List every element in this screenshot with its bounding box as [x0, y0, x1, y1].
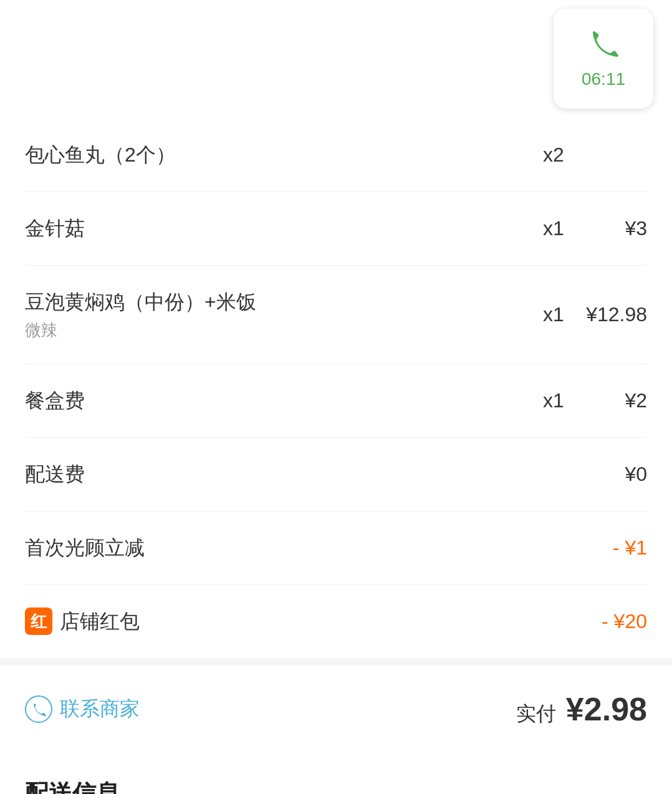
item-name: 豆泡黄焖鸡（中份）+米饭: [25, 288, 522, 316]
order-item-row: 豆泡黄焖鸡（中份）+米饭 微辣 x1 ¥12.98: [25, 266, 647, 365]
item-name-container: 包心鱼丸（2个）: [25, 141, 522, 169]
order-item-row: 金针菇 x1 ¥3: [25, 192, 647, 266]
phone-time: 06:11: [582, 69, 625, 89]
item-name-flex: 红 店铺红包: [25, 608, 522, 636]
item-name-container: 红 店铺红包: [25, 608, 522, 636]
item-name: 店铺红包: [60, 608, 140, 636]
item-price-discount: - ¥20: [572, 610, 647, 633]
order-item-row: 配送费 ¥0: [25, 438, 647, 511]
item-price: ¥0: [572, 463, 647, 486]
item-name-container: 首次光顾立减: [25, 534, 522, 562]
item-name: 金针菇: [25, 215, 522, 243]
item-name: 首次光顾立减: [25, 534, 522, 562]
item-name: 配送费: [25, 460, 522, 488]
item-qty: x1: [535, 303, 572, 326]
item-price: ¥2: [572, 389, 647, 412]
item-qty: x1: [535, 217, 572, 240]
order-item-row: 红 店铺红包 - ¥20: [25, 585, 647, 658]
delivery-title: 配送信息: [25, 778, 647, 794]
item-name-container: 餐盒费: [25, 387, 522, 415]
phone-icon: [588, 28, 619, 64]
delivery-section: 配送信息: [0, 753, 672, 794]
item-sub: 微辣: [25, 319, 522, 341]
contact-label: 联系商家: [60, 695, 140, 723]
order-item-row: 餐盒费 x1 ¥2: [25, 364, 647, 438]
item-qty: x1: [535, 389, 572, 412]
item-name: 餐盒费: [25, 387, 522, 415]
contact-merchant-button[interactable]: 联系商家: [25, 695, 140, 723]
item-name-container: 配送费: [25, 460, 522, 488]
item-qty: x2: [535, 143, 572, 167]
item-name-container: 豆泡黄焖鸡（中份）+米饭 微辣: [25, 288, 522, 342]
item-name: 包心鱼丸（2个）: [25, 141, 522, 169]
item-price: ¥3: [572, 217, 647, 240]
order-item-row: 包心鱼丸（2个） x2: [25, 119, 647, 192]
item-price-discount: - ¥1: [572, 536, 647, 559]
item-name-container: 金针菇: [25, 215, 522, 243]
item-price: ¥12.98: [572, 303, 647, 326]
hong-badge: 红: [25, 608, 52, 635]
actual-pay-container: 实付 ¥2.98: [516, 690, 647, 728]
actual-amount: ¥2.98: [566, 690, 647, 728]
actual-label: 实付: [516, 700, 556, 728]
order-items-list: 包心鱼丸（2个） x2 金针菇 x1 ¥3 豆泡黄焖鸡（中份）+米饭 微辣 x1…: [0, 119, 672, 658]
contact-section: 联系商家 实付 ¥2.98: [0, 658, 672, 753]
order-item-row: 首次光顾立减 - ¥1: [25, 511, 647, 585]
phone-widget[interactable]: 06:11: [554, 9, 653, 109]
phone-circle-icon: [25, 695, 52, 723]
